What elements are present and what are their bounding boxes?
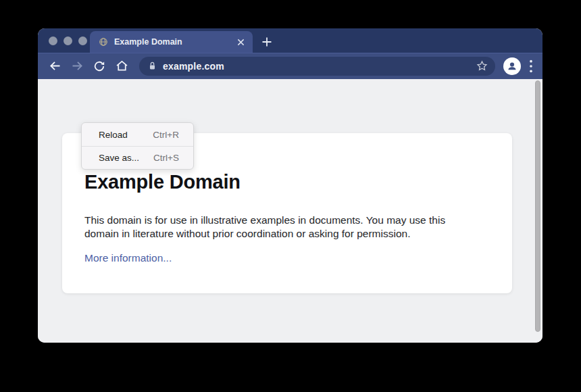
window-zoom-button[interactable] — [78, 36, 87, 45]
page-heading: Example Domain — [84, 171, 485, 193]
page-paragraph: This domain is for use in illustrative e… — [84, 214, 480, 241]
menu-item-shortcut: Ctrl+S — [153, 153, 179, 163]
browser-menu-button[interactable] — [529, 59, 533, 74]
reload-button[interactable] — [91, 57, 108, 75]
back-button[interactable] — [46, 57, 64, 75]
titlebar: Example Domain — [38, 28, 542, 53]
forward-button[interactable] — [68, 57, 86, 75]
browser-tab[interactable]: Example Domain — [90, 31, 253, 53]
tab-title: Example Domain — [114, 37, 235, 47]
url-text[interactable]: example.com — [163, 61, 476, 72]
reload-icon — [93, 59, 106, 73]
home-icon — [115, 59, 129, 73]
bookmark-star-icon[interactable] — [476, 59, 488, 72]
browser-window: Example Domain — [38, 28, 542, 343]
menu-item-label: Reload — [99, 130, 128, 140]
plus-icon — [261, 36, 272, 47]
context-menu-item-save-as[interactable]: Save as... Ctrl+S — [82, 146, 193, 169]
more-information-link[interactable]: More information... — [84, 252, 172, 264]
home-button[interactable] — [113, 57, 130, 75]
lock-icon — [148, 61, 157, 71]
navigation-toolbar: example.com — [38, 53, 542, 79]
back-arrow-icon — [48, 59, 62, 73]
globe-favicon-icon — [99, 37, 108, 47]
window-close-button[interactable] — [49, 36, 57, 45]
menu-item-shortcut: Ctrl+R — [153, 130, 179, 140]
tab-close-icon[interactable] — [235, 36, 246, 47]
vertical-scrollbar[interactable] — [535, 80, 540, 332]
context-menu: Reload Ctrl+R Save as... Ctrl+S — [81, 122, 194, 170]
new-tab-button[interactable] — [260, 35, 274, 49]
menu-item-label: Save as... — [99, 153, 139, 163]
window-minimize-button[interactable] — [64, 36, 72, 45]
forward-arrow-icon — [70, 59, 84, 73]
kebab-menu-icon — [529, 59, 533, 74]
profile-avatar-icon[interactable] — [503, 57, 521, 75]
page-viewport: Example Domain This domain is for use in… — [38, 79, 542, 343]
address-bar[interactable]: example.com — [139, 57, 495, 76]
window-controls — [49, 36, 87, 45]
context-menu-item-reload[interactable]: Reload Ctrl+R — [82, 123, 193, 146]
